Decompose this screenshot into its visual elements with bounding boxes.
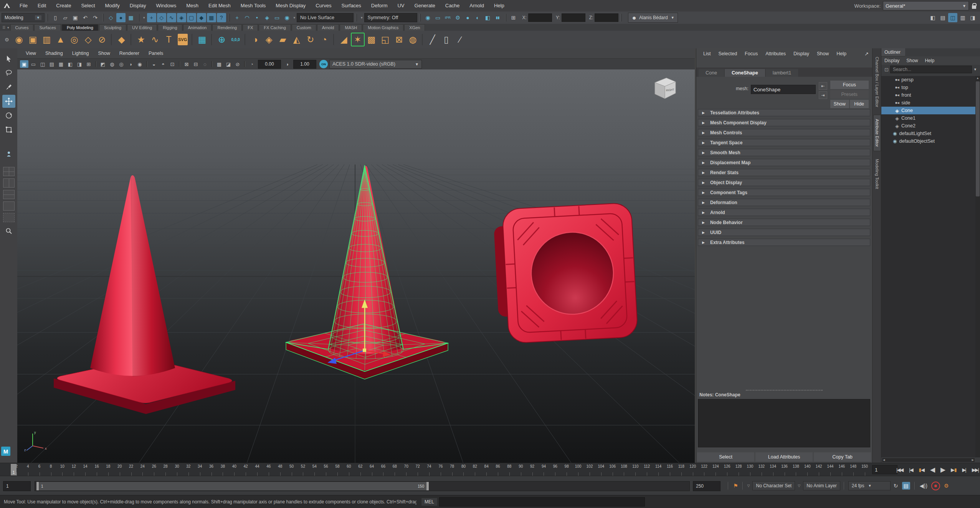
outliner-horizontal-scrollbar[interactable]: ◀ ▶	[882, 458, 975, 462]
menu-item[interactable]: Edit	[33, 0, 51, 12]
file-icon[interactable]: ▯	[51, 13, 60, 22]
frame-tick[interactable]: 118	[676, 463, 687, 476]
shelf-tool-icon[interactable]	[333, 34, 335, 45]
attribute-editor-menu-item[interactable]: Display	[790, 51, 813, 56]
frame-tick[interactable]: 114	[653, 463, 664, 476]
attribute-section-header[interactable]: ▶ Displacement Map	[698, 159, 870, 166]
selection-mask-icon[interactable]: +	[147, 13, 156, 22]
snap-expand-arrow[interactable]: ▾	[294, 16, 296, 20]
chevron-down-icon[interactable]: ▼	[973, 68, 977, 71]
outliner-item[interactable]: defaultLightSet	[881, 130, 975, 137]
frame-tick[interactable]: 90	[515, 463, 527, 476]
frame-tick[interactable]: 36	[206, 463, 217, 476]
node-tab[interactable]: lambert1	[766, 69, 798, 77]
shelf-tool-icon[interactable]: ⊠	[392, 33, 406, 46]
frame-tick[interactable]: 74	[423, 463, 435, 476]
frame-tick[interactable]: 28	[160, 463, 171, 476]
frame-tick[interactable]: 136	[779, 463, 790, 476]
viewport-toolbar-icon[interactable]: ⊞	[84, 60, 93, 68]
attribute-section-header[interactable]: ▶ UUID	[698, 229, 870, 236]
frame-tick[interactable]: 30	[171, 463, 183, 476]
menu-item[interactable]: Surfaces	[337, 0, 366, 12]
range-end-handle[interactable]	[426, 482, 429, 490]
shelf-tab[interactable]: FX Caching	[259, 24, 291, 31]
search-input[interactable]	[890, 66, 972, 73]
frame-tick[interactable]: 12	[68, 463, 79, 476]
frame-tick[interactable]: 4	[22, 463, 34, 476]
frame-tick[interactable]: 6	[34, 463, 45, 476]
layout-custom[interactable]	[3, 213, 15, 222]
attribute-editor-menu-item[interactable]: Focus	[741, 51, 762, 56]
shelf-tab[interactable]: FX	[243, 24, 258, 31]
workspace-lock-icon[interactable]	[972, 5, 976, 9]
bookmark-icon[interactable]: ⚑	[733, 483, 738, 489]
viewport-toolbar-icon[interactable]: ◧	[66, 60, 74, 68]
shelf-tool-icon[interactable]: ▣	[26, 33, 40, 46]
viewport-toolbar-icon[interactable]: ◑	[126, 60, 135, 68]
frame-tick[interactable]: 58	[332, 463, 343, 476]
node-tab[interactable]: Cone	[699, 69, 724, 77]
attribute-section-header[interactable]: ▶ Tangent Space	[698, 139, 870, 146]
outliner-item[interactable]: top	[881, 84, 975, 91]
notes-input[interactable]	[698, 399, 870, 447]
shelf-tool-icon[interactable]	[111, 34, 113, 45]
viewport-toolbar-icon[interactable]: ◓	[159, 60, 167, 68]
render-icon[interactable]: ▮▮	[493, 13, 502, 22]
outliner-item[interactable]: side	[881, 99, 975, 107]
selection-mode-icon[interactable]: ●	[116, 13, 126, 22]
render-icon[interactable]: IPR	[443, 13, 453, 22]
attribute-editor-menu-item[interactable]: List	[699, 51, 714, 56]
viewport-toolbar-icon[interactable]: ◒	[150, 60, 158, 68]
x-input[interactable]	[528, 13, 552, 22]
zoom-icon[interactable]	[2, 224, 15, 238]
splitter-handle[interactable]	[746, 390, 823, 391]
panel-menu-item[interactable]: Renderer	[115, 51, 144, 56]
frame-tick[interactable]: 104	[595, 463, 607, 476]
selection-mask-icon[interactable]: ▢	[187, 13, 196, 22]
frame-tick[interactable]: 20	[114, 463, 126, 476]
frame-tick[interactable]: 146	[836, 463, 848, 476]
attribute-editor-menu-item[interactable]: Selected	[714, 51, 741, 56]
outliner-item[interactable]: Cone	[881, 107, 975, 114]
pin-icon[interactable]: ↗	[864, 51, 869, 57]
shelf-tool-icon[interactable]: ◈	[262, 33, 276, 46]
shelf-tool-icon[interactable]: ✶	[351, 33, 365, 46]
attribute-section-header[interactable]: ▶ Tessellation Attributes	[698, 109, 870, 116]
shelf-tool-icon[interactable]: 0,0,0	[229, 33, 243, 46]
outliner-menu-item[interactable]: Show	[906, 58, 922, 63]
frame-tick[interactable]: 94	[538, 463, 550, 476]
viewport-toolbar-icon[interactable]	[244, 61, 245, 67]
transport-button[interactable]: ▶	[950, 466, 957, 473]
menu-item[interactable]: Windows	[151, 0, 181, 12]
outliner-item[interactable]: defaultObjectSet	[881, 137, 975, 145]
shelf-tool-icon[interactable]	[422, 34, 424, 45]
outliner-item[interactable]: Cone2	[881, 122, 975, 130]
frame-tick[interactable]: 40	[228, 463, 240, 476]
fps-dropdown[interactable]: 24 fps▼	[848, 481, 891, 490]
shelf-tool-icon[interactable]: ▯	[440, 33, 453, 46]
shelf-tool-icon[interactable]: ◆	[115, 33, 129, 46]
frame-tick[interactable]: 52	[297, 463, 309, 476]
chevron-down-icon[interactable]: ▽	[747, 484, 750, 488]
selection-mask-icon[interactable]: ∿	[167, 13, 176, 22]
frame-tick[interactable]: 140	[802, 463, 813, 476]
frame-tick[interactable]: 124	[710, 463, 721, 476]
range-track[interactable]: 1 150	[35, 481, 690, 491]
attribute-section-header[interactable]: ▶ Render Stats	[698, 169, 870, 176]
menu-item[interactable]: Create	[51, 0, 76, 12]
menu-item[interactable]: Cache	[440, 0, 465, 12]
scene-3d[interactable]	[17, 69, 695, 463]
panel-menu-item[interactable]: Shading	[41, 51, 68, 56]
shelf-options-icon[interactable]: ▾	[7, 26, 9, 30]
shelf-tool-icon[interactable]: ◇	[81, 33, 95, 46]
frame-tick[interactable]: 112	[641, 463, 653, 476]
render-icon[interactable]: ◉	[423, 13, 433, 22]
transport-button[interactable]: ▶▶|	[971, 466, 979, 473]
shelf-tab[interactable]: Surfaces	[34, 24, 61, 31]
sidebar-vertical-tab[interactable]: Modeling Toolkit	[874, 155, 881, 193]
frame-tick[interactable]: 132	[756, 463, 767, 476]
menu-item[interactable]: Mesh Display	[271, 0, 311, 12]
viewport-toolbar-icon[interactable]: ◪	[224, 60, 233, 68]
frame-tick[interactable]: 88	[504, 463, 515, 476]
shelf-tab[interactable]: Custom	[292, 24, 316, 31]
